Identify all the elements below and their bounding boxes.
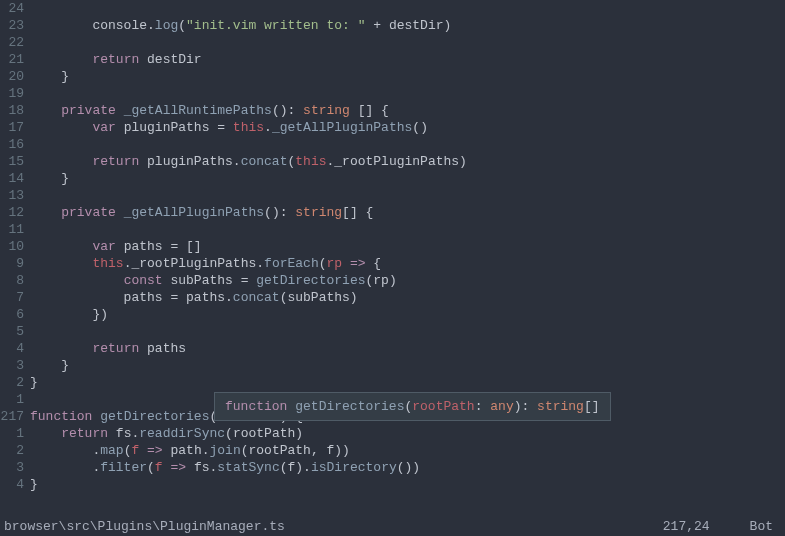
line-number: 5 — [0, 323, 30, 340]
line-number: 23 — [0, 17, 30, 34]
line-number: 11 — [0, 221, 30, 238]
line-number: 15 — [0, 153, 30, 170]
line-number: 8 — [0, 272, 30, 289]
code-content[interactable]: return pluginPaths.concat(this._rootPlug… — [30, 153, 785, 170]
code-content[interactable]: }) — [30, 306, 785, 323]
statusbar: browser\src\Plugins\PluginManager.ts 217… — [0, 518, 785, 536]
code-content[interactable] — [30, 85, 785, 102]
line-number: 1 — [0, 425, 30, 442]
line-number: 19 — [0, 85, 30, 102]
line-number: 9 — [0, 255, 30, 272]
line-number: 24 — [0, 0, 30, 17]
code-line[interactable]: 4 return paths — [0, 340, 785, 357]
line-number: 7 — [0, 289, 30, 306]
code-line[interactable]: 3 } — [0, 357, 785, 374]
code-line[interactable]: 8 const subPaths = getDirectories(rp) — [0, 272, 785, 289]
code-content[interactable]: const subPaths = getDirectories(rp) — [30, 272, 785, 289]
line-number: 2 — [0, 374, 30, 391]
line-number: 20 — [0, 68, 30, 85]
code-line[interactable]: 9 this._rootPluginPaths.forEach(rp => { — [0, 255, 785, 272]
code-content[interactable]: return destDir — [30, 51, 785, 68]
code-line[interactable]: 15 return pluginPaths.concat(this._rootP… — [0, 153, 785, 170]
line-number: 22 — [0, 34, 30, 51]
line-number: 12 — [0, 204, 30, 221]
code-content[interactable]: } — [30, 374, 785, 391]
line-number: 4 — [0, 476, 30, 493]
code-content[interactable] — [30, 323, 785, 340]
code-content[interactable]: var pluginPaths = this._getAllPluginPath… — [30, 119, 785, 136]
code-content[interactable]: } — [30, 170, 785, 187]
code-line[interactable]: 7 paths = paths.concat(subPaths) — [0, 289, 785, 306]
code-content[interactable]: } — [30, 68, 785, 85]
code-line[interactable]: 1 return fs.readdirSync(rootPath) — [0, 425, 785, 442]
code-content[interactable]: paths = paths.concat(subPaths) — [30, 289, 785, 306]
line-number: 2 — [0, 442, 30, 459]
code-line[interactable]: 18 private _getAllRuntimePaths(): string… — [0, 102, 785, 119]
line-number: 17 — [0, 119, 30, 136]
line-number: 6 — [0, 306, 30, 323]
code-content[interactable] — [30, 34, 785, 51]
code-content[interactable]: this._rootPluginPaths.forEach(rp => { — [30, 255, 785, 272]
hover-tooltip: function getDirectories(rootPath: any): … — [214, 392, 611, 421]
code-line[interactable]: 19 — [0, 85, 785, 102]
code-line[interactable]: 10 var paths = [] — [0, 238, 785, 255]
code-content[interactable]: private _getAllPluginPaths(): string[] { — [30, 204, 785, 221]
code-content[interactable]: return fs.readdirSync(rootPath) — [30, 425, 785, 442]
code-editor[interactable]: 2423 console.log("init.vim written to: "… — [0, 0, 785, 536]
code-area[interactable]: 2423 console.log("init.vim written to: "… — [0, 0, 785, 518]
code-line[interactable]: 13 — [0, 187, 785, 204]
code-line[interactable]: 17 var pluginPaths = this._getAllPluginP… — [0, 119, 785, 136]
code-line[interactable]: 22 — [0, 34, 785, 51]
line-number: 10 — [0, 238, 30, 255]
code-line[interactable]: 14 } — [0, 170, 785, 187]
line-number: 217 — [0, 408, 30, 425]
code-line[interactable]: 20 } — [0, 68, 785, 85]
code-line[interactable]: 12 private _getAllPluginPaths(): string[… — [0, 204, 785, 221]
code-content[interactable]: var paths = [] — [30, 238, 785, 255]
line-number: 1 — [0, 391, 30, 408]
line-number: 18 — [0, 102, 30, 119]
status-filepath: browser\src\Plugins\PluginManager.ts — [4, 518, 663, 536]
code-content[interactable] — [30, 187, 785, 204]
code-content[interactable] — [30, 0, 785, 17]
line-number: 14 — [0, 170, 30, 187]
line-number: 3 — [0, 357, 30, 374]
code-line[interactable]: 4} — [0, 476, 785, 493]
code-content[interactable]: } — [30, 357, 785, 374]
code-content[interactable] — [30, 221, 785, 238]
code-content[interactable]: .map(f => path.join(rootPath, f)) — [30, 442, 785, 459]
code-content[interactable]: return paths — [30, 340, 785, 357]
code-line[interactable]: 6 }) — [0, 306, 785, 323]
code-line[interactable]: 24 — [0, 0, 785, 17]
line-number: 21 — [0, 51, 30, 68]
status-cursor-pos: 217,24 — [663, 518, 710, 536]
code-content[interactable]: .filter(f => fs.statSync(f).isDirectory(… — [30, 459, 785, 476]
code-line[interactable]: 2 .map(f => path.join(rootPath, f)) — [0, 442, 785, 459]
code-line[interactable]: 23 console.log("init.vim written to: " +… — [0, 17, 785, 34]
code-content[interactable] — [30, 136, 785, 153]
code-content[interactable]: console.log("init.vim written to: " + de… — [30, 17, 785, 34]
line-number: 16 — [0, 136, 30, 153]
line-number: 13 — [0, 187, 30, 204]
line-number: 4 — [0, 340, 30, 357]
code-line[interactable]: 5 — [0, 323, 785, 340]
code-line[interactable]: 2} — [0, 374, 785, 391]
line-number: 3 — [0, 459, 30, 476]
code-line[interactable]: 11 — [0, 221, 785, 238]
code-content[interactable]: private _getAllRuntimePaths(): string []… — [30, 102, 785, 119]
code-line[interactable]: 3 .filter(f => fs.statSync(f).isDirector… — [0, 459, 785, 476]
code-line[interactable]: 21 return destDir — [0, 51, 785, 68]
code-line[interactable]: 16 — [0, 136, 785, 153]
status-scroll: Bot — [750, 518, 773, 536]
code-content[interactable]: } — [30, 476, 785, 493]
